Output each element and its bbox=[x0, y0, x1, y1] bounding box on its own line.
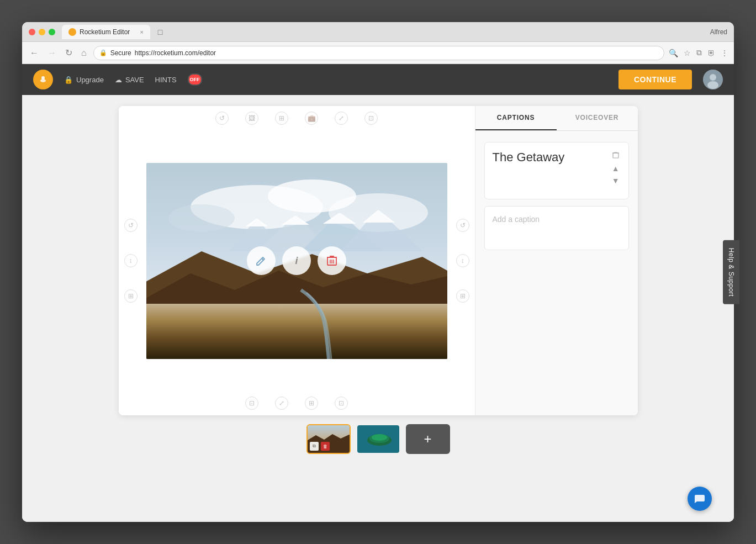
canvas-tool-bot-1[interactable]: ⊡ bbox=[245, 397, 258, 410]
svg-rect-21 bbox=[146, 304, 447, 359]
secure-icon: 🔒 bbox=[99, 49, 107, 56]
new-tab-btn[interactable]: □ bbox=[152, 26, 168, 38]
canvas-tool-refresh[interactable]: ↺ bbox=[215, 112, 229, 125]
help-support-btn[interactable]: Help & Support bbox=[723, 240, 739, 304]
canvas-tool-left-mid[interactable]: ↕ bbox=[124, 254, 138, 267]
canvas-tool-right-mid[interactable]: ↕ bbox=[456, 254, 469, 267]
canvas-toolbar-top: ↺ 🖼 ⊞ 💼 ⤢ ⊡ bbox=[119, 112, 475, 125]
save-btn[interactable]: ☁ SAVE bbox=[115, 76, 144, 84]
tab-captions[interactable]: CAPTIONS bbox=[475, 106, 557, 130]
canvas-tool-right-top[interactable]: ↺ bbox=[456, 219, 469, 232]
main-image: i bbox=[146, 163, 447, 359]
canvas-tool-briefcase[interactable]: 💼 bbox=[305, 112, 318, 125]
canvas-tool-right-bot[interactable]: ⊞ bbox=[456, 289, 469, 303]
app-area: 🔒 Upgrade ☁ SAVE HINTS OFF CONTINUE bbox=[22, 64, 734, 522]
canvas-tool-left-top[interactable]: ↺ bbox=[124, 219, 138, 232]
info-letter: i bbox=[295, 255, 298, 267]
delete-icon-btn[interactable] bbox=[318, 246, 346, 275]
address-bar[interactable]: 🔒 Secure https://rocketium.com/editor bbox=[93, 46, 664, 60]
hints-label: HINTS bbox=[155, 76, 177, 84]
caption-down-btn[interactable]: ▼ bbox=[611, 176, 621, 186]
canvas-area: ↺ 🖼 ⊞ 💼 ⤢ ⊡ ↺ ↕ ⊞ ↺ bbox=[119, 106, 475, 415]
tab-voiceover[interactable]: VOICEOVER bbox=[557, 106, 638, 130]
browser-toolbar: ← → ↻ ⌂ 🔒 Secure https://rocketium.com/e… bbox=[22, 42, 734, 64]
browser-tab-active[interactable]: Rocketium Editor × bbox=[62, 25, 150, 39]
bookmark-icon[interactable]: ☆ bbox=[684, 49, 691, 57]
thumb-del-icon[interactable]: 🗑 bbox=[321, 442, 330, 451]
caption-actions: ▲ ▼ bbox=[611, 150, 621, 186]
tab-favicon bbox=[68, 28, 76, 36]
chat-bubble-btn[interactable] bbox=[688, 487, 712, 511]
canvas-tool-bot-4[interactable]: ⊡ bbox=[335, 397, 348, 410]
thumb-1-icons: ⧉ 🗑 bbox=[310, 442, 330, 451]
avatar-icon bbox=[703, 70, 723, 89]
svg-rect-26 bbox=[613, 153, 618, 158]
toggle-knob: OFF bbox=[189, 75, 201, 84]
canvas-toolbar-bottom: ⊡ ⤢ ⊞ ⊡ bbox=[119, 397, 475, 410]
continue-btn[interactable]: CONTINUE bbox=[618, 70, 692, 89]
user-avatar[interactable] bbox=[703, 70, 723, 89]
add-thumbnail-btn[interactable]: + bbox=[406, 424, 450, 454]
home-btn[interactable]: ⌂ bbox=[79, 47, 89, 59]
more-icon[interactable]: ⋮ bbox=[721, 49, 728, 57]
search-icon[interactable]: 🔍 bbox=[669, 49, 678, 57]
thumb-copy-icon[interactable]: ⧉ bbox=[310, 442, 319, 451]
back-btn[interactable]: ← bbox=[28, 47, 41, 59]
right-panel: CAPTIONS VOICEOVER The Getaway bbox=[475, 106, 638, 415]
tab-title: Rocketium Editor bbox=[80, 28, 130, 36]
app-header: 🔒 Upgrade ☁ SAVE HINTS OFF CONTINUE bbox=[22, 64, 734, 95]
canvas-tool-move[interactable]: ⊡ bbox=[364, 112, 378, 125]
forward-btn[interactable]: → bbox=[45, 47, 59, 59]
layers-icon[interactable]: ⧉ bbox=[696, 48, 702, 57]
image-overlay-icons: i bbox=[247, 246, 346, 275]
caption-title: The Getaway bbox=[493, 150, 565, 165]
titlebar-user: Alfred bbox=[710, 28, 727, 36]
close-traffic-light[interactable] bbox=[29, 29, 35, 35]
thumb-2-image bbox=[357, 425, 400, 454]
add-caption-area[interactable]: Add a caption bbox=[484, 206, 629, 250]
lock-icon: 🔒 bbox=[64, 76, 73, 84]
canvas-tool-resize[interactable]: ⤢ bbox=[335, 112, 348, 125]
tab-close-btn[interactable]: × bbox=[140, 29, 144, 35]
caption-delete-btn[interactable] bbox=[611, 150, 620, 161]
svg-point-10 bbox=[168, 204, 235, 232]
caption-item: The Getaway ▲ bbox=[484, 142, 629, 199]
toolbar-icons: 🔍 ☆ ⧉ ⛨ ⋮ bbox=[669, 48, 728, 57]
svg-point-4 bbox=[710, 74, 716, 81]
panel-content: The Getaway ▲ bbox=[475, 131, 638, 415]
refresh-btn[interactable]: ↻ bbox=[63, 46, 75, 59]
shield-icon[interactable]: ⛨ bbox=[707, 49, 715, 57]
canvas-tool-left-bot[interactable]: ⊞ bbox=[124, 289, 138, 303]
info-icon-btn[interactable]: i bbox=[282, 246, 311, 275]
cloud-icon: ☁ bbox=[115, 76, 122, 84]
panel-tabs: CAPTIONS VOICEOVER bbox=[475, 106, 638, 131]
svg-point-32 bbox=[372, 434, 387, 441]
app-logo bbox=[33, 70, 53, 89]
browser-titlebar: Rocketium Editor × □ Alfred bbox=[22, 22, 734, 42]
edit-icon-btn[interactable] bbox=[247, 246, 276, 275]
tab-area: Rocketium Editor × □ bbox=[62, 25, 710, 39]
svg-point-5 bbox=[707, 81, 718, 89]
canvas-toolbar-right: ↺ ↕ ⊞ bbox=[456, 106, 469, 415]
canvas-tool-image[interactable]: 🖼 bbox=[245, 112, 258, 125]
thumbnail-1[interactable]: ⧉ 🗑 bbox=[306, 424, 351, 454]
canvas-tool-crop[interactable]: ⊞ bbox=[275, 112, 288, 125]
edit-pencil-icon bbox=[255, 255, 267, 267]
add-caption-placeholder: Add a caption bbox=[493, 215, 540, 224]
caption-up-btn[interactable]: ▲ bbox=[611, 163, 621, 173]
caption-header: The Getaway ▲ bbox=[493, 150, 621, 186]
upgrade-btn[interactable]: 🔒 Upgrade bbox=[64, 76, 104, 84]
maximize-traffic-light[interactable] bbox=[49, 29, 55, 35]
hints-toggle[interactable]: OFF bbox=[188, 73, 202, 86]
caption-trash-icon bbox=[612, 151, 619, 159]
canvas-tool-bot-3[interactable]: ⊞ bbox=[305, 397, 318, 410]
add-icon: + bbox=[424, 431, 431, 447]
canvas-tool-bot-2[interactable]: ⤢ bbox=[275, 397, 288, 410]
logo-icon bbox=[37, 73, 49, 86]
minimize-traffic-light[interactable] bbox=[39, 29, 45, 35]
canvas-toolbar-left: ↺ ↕ ⊞ bbox=[124, 106, 138, 415]
svg-point-2 bbox=[41, 76, 45, 80]
upgrade-label: Upgrade bbox=[76, 76, 104, 84]
thumbnail-2[interactable] bbox=[356, 424, 400, 454]
traffic-lights bbox=[29, 29, 55, 35]
